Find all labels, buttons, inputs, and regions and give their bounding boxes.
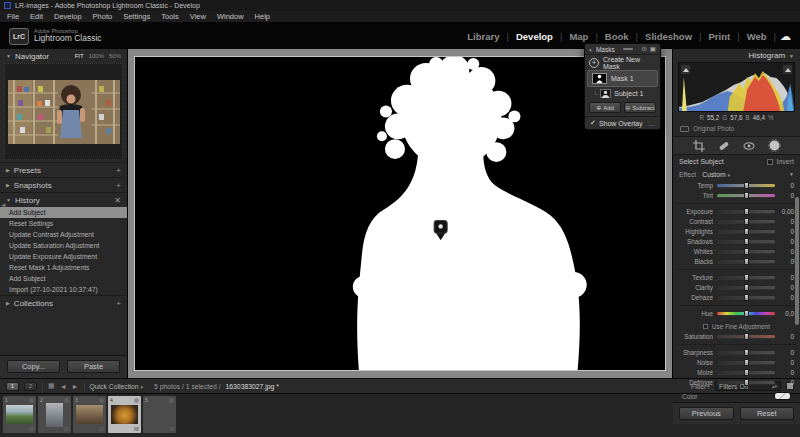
reset-button[interactable]: Reset [740, 407, 795, 420]
navigator-header[interactable]: ▼ Navigator FIT 100% 50% [0, 49, 127, 63]
crop-tool-icon[interactable] [693, 140, 705, 152]
slider-track[interactable] [717, 184, 775, 187]
menu-item[interactable]: Tools [161, 12, 179, 21]
plus-circle-icon[interactable]: + [589, 58, 599, 68]
slider-thumb[interactable] [744, 294, 749, 301]
slider-track[interactable] [717, 335, 775, 338]
menu-item[interactable]: File [7, 12, 19, 21]
history-item[interactable]: Add Subject [0, 207, 127, 218]
slider-thumb[interactable] [744, 349, 749, 356]
mask-1-row[interactable]: Mask 1 [587, 70, 658, 87]
slider-thumb[interactable] [744, 248, 749, 255]
history-clear-icon[interactable]: ✕ [114, 196, 121, 205]
slider-thumb[interactable] [744, 369, 749, 376]
slider-thumb[interactable] [744, 333, 749, 340]
overlay-options-icon[interactable]: … [648, 120, 655, 127]
copy-button[interactable]: Copy... [7, 360, 60, 373]
slider-thumb[interactable] [744, 228, 749, 235]
module-tab[interactable]: Map [569, 31, 588, 42]
color-swatch[interactable] [774, 392, 791, 400]
filmstrip-thumbnail[interactable]: 5 [143, 396, 176, 433]
history-item[interactable]: Update Saturation Adjustment [0, 240, 127, 251]
history-item[interactable]: Reset Mask 1 Adjustments [0, 262, 127, 273]
invert-checkbox[interactable] [767, 159, 773, 165]
filmstrip-thumbnail[interactable]: 2 [38, 396, 71, 433]
right-panel-collapse-icon[interactable]: ▶ [794, 256, 799, 263]
zoom-50[interactable]: 50% [109, 53, 121, 59]
cloud-sync-icon[interactable]: ☁ [780, 30, 791, 43]
effect-preset-dropdown[interactable]: Custom ▾ [702, 171, 730, 178]
quick-collection-dropdown[interactable]: Quick Collection ▾ [90, 383, 144, 390]
module-tab[interactable]: Slideshow [645, 31, 692, 42]
history-item[interactable]: Import (27-10-2021 10:37:47) [0, 284, 127, 295]
left-panel-collapse-icon[interactable]: ◀ [1, 201, 6, 208]
menu-item[interactable]: Photo [93, 12, 113, 21]
slider-thumb[interactable] [744, 218, 749, 225]
snapshots-add-icon[interactable]: + [116, 181, 121, 190]
monitor-2-button[interactable]: 2 [24, 382, 37, 391]
collections-add-icon[interactable]: + [116, 299, 121, 308]
masks-dock-icon[interactable]: ▣ [650, 45, 656, 53]
slider-track[interactable] [717, 260, 775, 263]
healing-tool-icon[interactable] [718, 140, 730, 152]
fine-adjustment-checkbox[interactable] [703, 324, 708, 329]
grid-view-icon[interactable]: ▦ [48, 382, 55, 390]
history-item[interactable]: Update Contrast Adjustment [0, 229, 127, 240]
slider-track[interactable] [717, 240, 775, 243]
next-photo-icon[interactable]: ► [72, 383, 79, 390]
paste-button[interactable]: Paste [67, 360, 120, 373]
masks-settings-icon[interactable]: ⊙ [641, 45, 646, 53]
menu-item[interactable]: Help [255, 12, 270, 21]
create-new-mask-row[interactable]: + Create New Mask [585, 55, 660, 70]
slider-thumb[interactable] [744, 379, 749, 386]
slider-track[interactable] [717, 276, 775, 279]
slider-thumb[interactable] [744, 238, 749, 245]
menu-item[interactable]: Window [217, 12, 244, 21]
slider-track[interactable] [717, 230, 775, 233]
slider-thumb[interactable] [744, 208, 749, 215]
menu-item[interactable]: Develop [54, 12, 82, 21]
slider-track[interactable] [717, 381, 775, 384]
presets-add-icon[interactable]: + [116, 166, 121, 175]
module-tab[interactable]: Library [467, 31, 499, 42]
subject-1-row[interactable]: └ Subject 1 [585, 87, 660, 100]
filmstrip-thumbnail[interactable]: 1 [3, 396, 36, 433]
slider-track[interactable] [717, 210, 775, 213]
subtract-button[interactable]: ⊖ Subtract [624, 102, 656, 113]
history-item[interactable]: Add Subject [0, 273, 127, 284]
slider-track[interactable] [717, 220, 775, 223]
slider-track[interactable] [717, 312, 775, 315]
slider-track[interactable] [717, 296, 775, 299]
module-tab[interactable]: Print [709, 31, 731, 42]
previous-photo-icon[interactable]: ◄ [60, 383, 67, 390]
add-button[interactable]: ⊕ Add [589, 102, 621, 113]
slider-track[interactable] [717, 361, 775, 364]
slider-track[interactable] [717, 286, 775, 289]
red-eye-tool-icon[interactable] [743, 140, 755, 152]
masks-panel-header[interactable]: ◐ Masks ⊙ ▣ [585, 44, 660, 55]
slider-thumb[interactable] [744, 359, 749, 366]
history-item[interactable]: Reset Settings [0, 218, 127, 229]
panel-toggle-icon[interactable]: ▼ [789, 171, 794, 177]
slider-thumb[interactable] [744, 258, 749, 265]
zoom-100[interactable]: 100% [89, 53, 104, 59]
drag-handle[interactable] [618, 48, 639, 50]
filmstrip-thumbnail[interactable]: 3 [73, 396, 106, 433]
histogram-header[interactable]: Histogram ▼ [673, 49, 800, 62]
filmstrip-thumbnail[interactable]: 4 [108, 396, 141, 433]
histogram-graph[interactable] [678, 62, 795, 112]
masking-tool-icon[interactable] [768, 139, 781, 152]
slider-track[interactable] [717, 194, 775, 197]
slider-track[interactable] [717, 351, 775, 354]
zoom-fit[interactable]: FIT [75, 53, 84, 59]
monitor-1-button[interactable]: 1 [6, 382, 19, 391]
presets-section[interactable]: ▶ Presets + [0, 162, 127, 177]
history-item[interactable]: Update Exposure Adjustment [0, 251, 127, 262]
module-tab[interactable]: Develop [516, 31, 553, 42]
slider-thumb[interactable] [744, 310, 749, 317]
menu-item[interactable]: Settings [123, 12, 150, 21]
history-section-header[interactable]: ▼ History ✕ [0, 192, 127, 207]
slider-thumb[interactable] [744, 274, 749, 281]
collections-section[interactable]: ▶ Collections + [0, 295, 127, 310]
slider-thumb[interactable] [744, 182, 749, 189]
